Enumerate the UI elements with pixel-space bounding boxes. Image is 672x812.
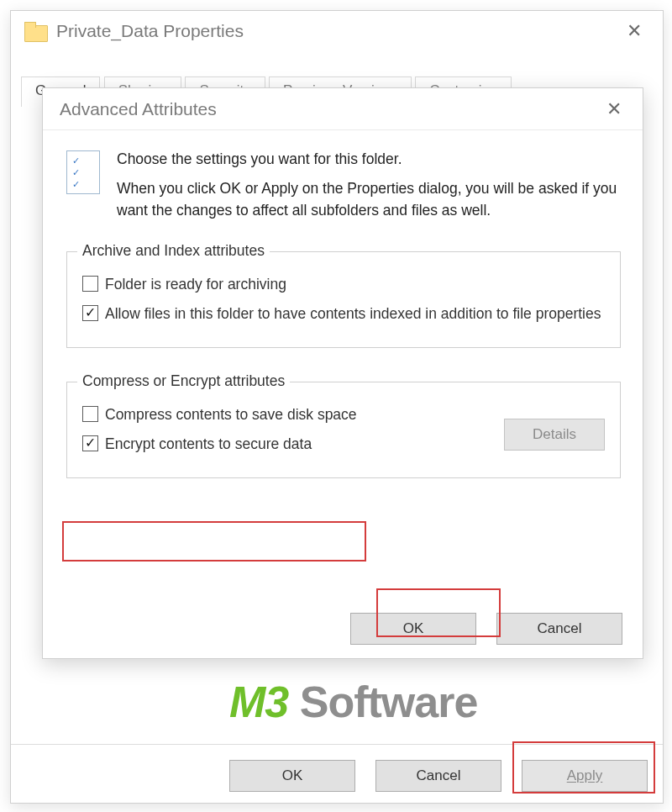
checkbox-icon [82, 406, 98, 422]
advanced-ok-button[interactable]: OK [350, 613, 476, 645]
watermark-m3: M3 [229, 678, 288, 726]
explain-text: When you click OK or Apply on the Proper… [117, 178, 621, 221]
properties-apply-button[interactable]: Apply [522, 760, 648, 792]
close-icon: ✕ [606, 98, 622, 120]
checkbox-icon [82, 305, 98, 321]
checkbox-label: Folder is ready for archiving [105, 274, 286, 295]
checkbox-label: Compress contents to save disk space [105, 404, 357, 425]
attributes-icon [66, 150, 100, 194]
advanced-button-row: OK Cancel [350, 613, 622, 645]
advanced-titlebar: Advanced Attributes ✕ [43, 88, 643, 130]
properties-title: Private_Data Properties [56, 21, 616, 41]
properties-cancel-button[interactable]: Cancel [375, 760, 501, 792]
archive-groupbox: Archive and Index attributes Folder is r… [66, 251, 621, 348]
advanced-attributes-dialog: Advanced Attributes ✕ Choose the setting… [42, 87, 643, 659]
checkbox-compress[interactable]: Compress contents to save disk space [82, 404, 504, 425]
advanced-title: Advanced Attributes [60, 99, 596, 119]
archive-legend: Archive and Index attributes [77, 242, 270, 260]
properties-titlebar: Private_Data Properties ✕ [11, 11, 663, 51]
checkbox-icon [82, 435, 98, 451]
encrypt-legend: Compress or Encrypt attributes [77, 372, 290, 390]
properties-ok-button[interactable]: OK [229, 760, 355, 792]
choose-text: Choose the settings you want for this fo… [117, 149, 621, 170]
checkbox-label: Allow files in this folder to have conte… [105, 303, 601, 324]
checkbox-label: Encrypt contents to secure data [105, 434, 312, 455]
advanced-body: Choose the settings you want for this fo… [43, 130, 643, 658]
advanced-close-button[interactable]: ✕ [596, 94, 633, 124]
folder-icon [24, 22, 46, 40]
checkbox-ready-for-archiving[interactable]: Folder is ready for archiving [82, 274, 605, 295]
properties-close-button[interactable]: ✕ [616, 17, 653, 45]
checkbox-icon [82, 276, 98, 292]
details-button: Details [504, 419, 605, 451]
advanced-cancel-button[interactable]: Cancel [496, 613, 622, 645]
checkbox-allow-indexing[interactable]: Allow files in this folder to have conte… [82, 303, 605, 324]
apply-label: Apply [567, 767, 603, 783]
advanced-description: Choose the settings you want for this fo… [66, 149, 621, 229]
properties-button-row: OK Cancel Apply [11, 744, 663, 791]
close-icon: ✕ [627, 20, 642, 42]
checkbox-encrypt[interactable]: Encrypt contents to secure data [82, 434, 504, 455]
watermark-logo: M3 Software [229, 677, 477, 727]
watermark-software: Software [288, 678, 477, 726]
encrypt-groupbox: Compress or Encrypt attributes Compress … [66, 382, 621, 478]
